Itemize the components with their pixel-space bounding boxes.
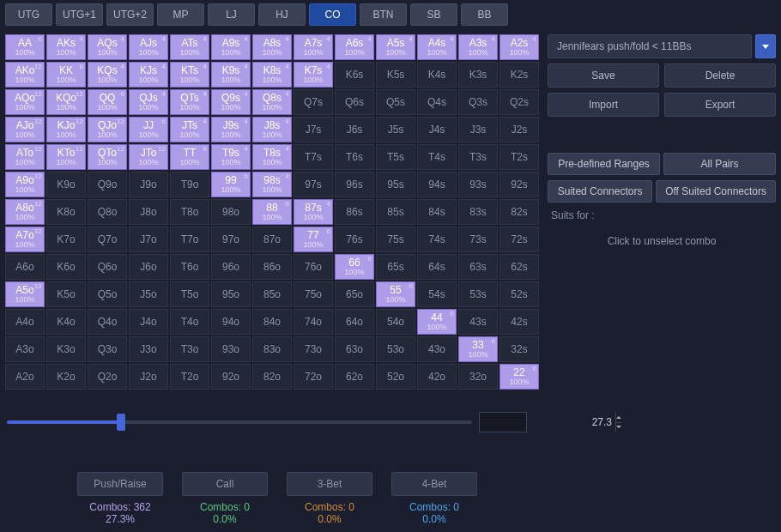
hand-42o[interactable]: 42o [417,364,457,390]
hand-98o[interactable]: 98o [211,199,251,225]
hand-75o[interactable]: 75o [294,281,333,307]
position-lj[interactable]: LJ [208,3,255,26]
hand-97o[interactable]: 97o [211,227,251,252]
position-utg+1[interactable]: UTG+1 [56,3,103,26]
hand-87o[interactable]: 87o [252,227,292,252]
hand-QTs[interactable]: QTs100%4 [170,89,209,115]
hand-JTo[interactable]: JTo100%12 [129,144,168,170]
hand-J5s[interactable]: J5s [376,117,415,142]
hand-J5o[interactable]: J5o [129,281,168,307]
hand-53s[interactable]: 53s [458,281,498,307]
position-btn[interactable]: BTN [360,3,407,26]
hand-33[interactable]: 33100%6 [458,336,498,362]
hand-95s[interactable]: 95s [376,172,415,197]
hand-J3o[interactable]: J3o [129,336,168,362]
hand-J4o[interactable]: J4o [129,309,168,335]
hand-83s[interactable]: 83s [458,199,498,225]
hand-75s[interactable]: 75s [376,227,415,252]
hand-94s[interactable]: 94s [417,172,457,197]
hand-Q4o[interactable]: Q4o [88,309,127,335]
hand-Q5o[interactable]: Q5o [88,281,127,307]
hand-KJs[interactable]: KJs100%4 [129,62,168,88]
hand-J4s[interactable]: J4s [417,117,457,142]
hand-74s[interactable]: 74s [417,227,457,252]
hand-K5o[interactable]: K5o [46,281,86,307]
hand-84o[interactable]: 84o [252,309,292,335]
hand-52o[interactable]: 52o [376,364,415,390]
action-button[interactable]: 4-Bet [391,472,477,496]
delete-button[interactable]: Delete [664,63,776,88]
hand-Q7s[interactable]: Q7s [294,89,333,115]
hand-52s[interactable]: 52s [499,281,539,307]
hand-53o[interactable]: 53o [376,336,415,362]
hand-KQo[interactable]: KQo100%12 [46,89,86,115]
range-dropdown[interactable]: Jennifears push/fold < 11BBs [548,34,752,58]
position-mp[interactable]: MP [157,3,204,26]
hand-32s[interactable]: 32s [499,336,539,362]
hand-K5s[interactable]: K5s [376,62,415,88]
hand-T3s[interactable]: T3s [458,144,498,170]
hand-A4s[interactable]: A4s100%4 [417,34,457,60]
hand-65o[interactable]: 65o [335,281,374,307]
hand-T9o[interactable]: T9o [170,172,209,197]
action-button[interactable]: Call [182,472,268,496]
hand-66[interactable]: 66100%6 [335,254,374,280]
hand-K6o[interactable]: K6o [46,254,86,280]
hand-A8s[interactable]: A8s100%4 [252,34,292,60]
hand-J8s[interactable]: J8s100%4 [252,117,292,142]
export-button[interactable]: Export [664,93,776,117]
hand-QTo[interactable]: QTo100%12 [88,144,127,170]
hand-54s[interactable]: 54s [417,281,457,307]
hand-87s[interactable]: 87s100%4 [294,199,333,225]
hand-97s[interactable]: 97s [294,172,333,197]
hand-J3s[interactable]: J3s [458,117,498,142]
hand-Q5s[interactable]: Q5s [376,89,415,115]
import-button[interactable]: Import [548,93,659,117]
hand-83o[interactable]: 83o [252,336,292,362]
hand-73o[interactable]: 73o [294,336,333,362]
hand-86o[interactable]: 86o [252,254,292,280]
hand-KTo[interactable]: KTo100%12 [46,144,86,170]
hand-AQs[interactable]: AQs100%4 [88,34,127,60]
hand-42s[interactable]: 42s [499,309,539,335]
hand-43o[interactable]: 43o [417,336,457,362]
action-button[interactable]: Push/Raise [77,472,163,496]
hand-K6s[interactable]: K6s [335,62,374,88]
hand-82o[interactable]: 82o [252,364,292,390]
hand-95o[interactable]: 95o [211,281,251,307]
hand-AKo[interactable]: AKo100%12 [5,62,45,88]
hand-ATs[interactable]: ATs100%4 [170,34,209,60]
hand-J9s[interactable]: J9s100%4 [211,117,251,142]
hand-T4s[interactable]: T4s [417,144,457,170]
hand-K3s[interactable]: K3s [458,62,498,88]
hand-A3s[interactable]: A3s100%4 [458,34,498,60]
hand-K8o[interactable]: K8o [46,199,86,225]
hand-J6s[interactable]: J6s [335,117,374,142]
hand-AJs[interactable]: AJs100%4 [129,34,168,60]
hand-A5s[interactable]: A5s100%4 [376,34,415,60]
hand-K9o[interactable]: K9o [46,172,86,197]
hand-74o[interactable]: 74o [294,309,333,335]
hand-A6s[interactable]: A6s100%4 [335,34,374,60]
hand-AA[interactable]: AA100%6 [5,34,45,60]
hand-86s[interactable]: 86s [335,199,374,225]
hand-AKs[interactable]: AKs100%4 [46,34,86,60]
all-pairs-button[interactable]: All Pairs [663,153,776,175]
hand-92o[interactable]: 92o [211,364,251,390]
hand-A7o[interactable]: A7o100%12 [5,227,45,252]
hand-T9s[interactable]: T9s100%4 [211,144,251,170]
hand-AQo[interactable]: AQo100%12 [5,89,45,115]
hand-88[interactable]: 88100%6 [252,199,292,225]
hand-96s[interactable]: 96s [335,172,374,197]
hand-QJs[interactable]: QJs100%4 [129,89,168,115]
range-dropdown-toggle[interactable] [755,34,776,58]
hand-T6s[interactable]: T6s [335,144,374,170]
hand-94o[interactable]: 94o [211,309,251,335]
hand-85o[interactable]: 85o [252,281,292,307]
percent-spin-up[interactable] [616,413,621,423]
hand-K9s[interactable]: K9s100%4 [211,62,251,88]
position-utg[interactable]: UTG [5,3,52,26]
hand-T8s[interactable]: T8s100%4 [252,144,292,170]
hand-QQ[interactable]: QQ100%6 [88,89,127,115]
hand-K4s[interactable]: K4s [417,62,457,88]
